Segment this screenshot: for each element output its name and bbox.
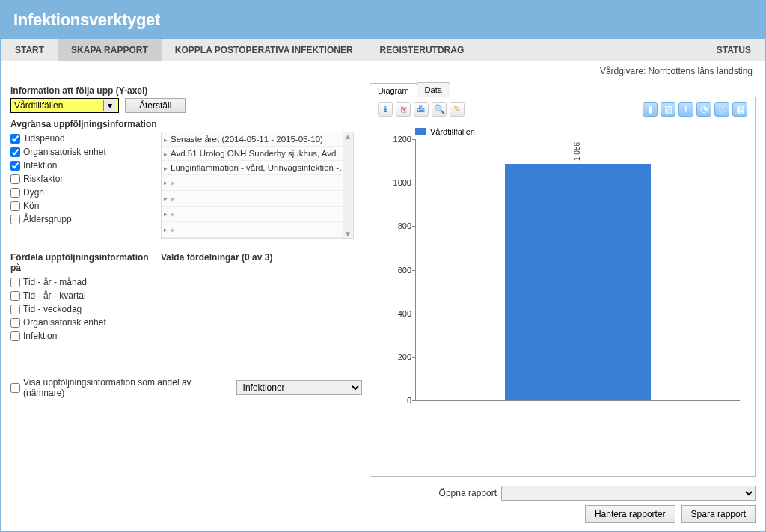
dist-label: Tid - år - kvartal xyxy=(23,290,86,301)
chart-area-icon[interactable]: ░ xyxy=(714,102,729,117)
dist-label: Tid - veckodag xyxy=(23,304,82,314)
distribution-label: Fördela uppföljningsinformation på xyxy=(10,252,156,273)
y-tick-label: 600 xyxy=(384,266,411,275)
legend-text: Vårdtillfällen xyxy=(430,127,475,136)
filter-desc-row: ▸ xyxy=(162,207,353,222)
info-icon[interactable]: ℹ xyxy=(378,102,393,117)
filter-label: Riskfaktor xyxy=(23,174,63,184)
filter-descriptions: Senaste året (2014-05-11 - 2015-05-10) A… xyxy=(161,132,354,239)
tab-status[interactable]: STATUS xyxy=(703,45,765,55)
share-checkbox[interactable] xyxy=(10,383,20,393)
y-tick-label: 200 xyxy=(384,352,411,361)
open-report-select[interactable] xyxy=(501,486,756,501)
chart-bar-icon[interactable]: ▮ xyxy=(643,102,658,117)
chart-plot: 0200400600800100012001 086 xyxy=(415,139,740,401)
filter-org-checkbox[interactable] xyxy=(10,147,20,157)
dist-manad-checkbox[interactable] xyxy=(10,278,20,287)
reset-button[interactable]: Återställ xyxy=(125,98,186,113)
share-label: Visa uppföljningsinformation som andel a… xyxy=(23,377,233,398)
dist-veckodag-checkbox[interactable] xyxy=(10,305,20,314)
scroll-thumb[interactable] xyxy=(147,304,156,326)
y-tick-label: 1200 xyxy=(384,135,411,144)
filter-desc-row[interactable]: Avd 51 Urolog ÖNH Sunderby sjukhus, Avd … xyxy=(162,147,353,161)
filter-kon-checkbox[interactable] xyxy=(10,201,20,211)
yaxis-label: Information att följa upp (Y-axel) xyxy=(10,85,362,96)
scrollbar[interactable]: ▲ xyxy=(146,275,156,358)
filters-label: Avgränsa uppföljningsinformation xyxy=(10,119,362,129)
filter-label: Infektion xyxy=(23,160,57,171)
dist-label: Infektion xyxy=(23,331,57,341)
filter-infektion-checkbox[interactable] xyxy=(10,161,20,171)
dist-infektion-checkbox[interactable] xyxy=(10,331,20,341)
manage-reports-button[interactable]: Hantera rapporter xyxy=(585,505,675,523)
tab-skapa-rapport[interactable]: SKAPA RAPPORT xyxy=(58,39,162,61)
filter-dygn-checkbox[interactable] xyxy=(10,188,20,198)
chart-line-icon[interactable]: ⌇ xyxy=(678,102,693,117)
dist-label: Organisatorisk enhet xyxy=(23,317,106,328)
chart-stacked-icon[interactable]: ▧ xyxy=(661,102,675,117)
tab-koppla[interactable]: KOPPLA POSTOPERATIVA INFEKTIONER xyxy=(162,39,367,61)
bar-value-label: 1 086 xyxy=(573,142,581,161)
tab-registerutdrag[interactable]: REGISTERUTDRAG xyxy=(367,39,478,61)
export-icon[interactable]: ⎘ xyxy=(396,102,411,117)
chart-bar xyxy=(505,164,651,400)
y-tick-label: 400 xyxy=(384,309,411,318)
tab-start[interactable]: START xyxy=(1,39,58,61)
save-report-button[interactable]: Spara rapport xyxy=(681,505,756,523)
chevron-down-icon: ▾ xyxy=(103,100,115,111)
filter-label: Kön xyxy=(23,201,39,211)
yaxis-select-value: Vårdtillfällen xyxy=(14,100,63,111)
print-icon[interactable]: 🖶 xyxy=(414,102,429,117)
scroll-down-icon[interactable]: ▼ xyxy=(344,230,352,238)
edit-icon[interactable]: ✎ xyxy=(450,102,465,117)
y-tick-label: 800 xyxy=(384,221,411,230)
open-report-label: Öppna rapport xyxy=(439,488,497,498)
dist-org-checkbox[interactable] xyxy=(10,318,20,328)
filter-desc-row: ▸ xyxy=(162,222,353,238)
filter-tidsperiod-checkbox[interactable] xyxy=(10,134,20,144)
y-tick-label: 0 xyxy=(384,396,411,405)
filter-desc-row: ▸ xyxy=(162,175,353,191)
share-select[interactable]: Infektioner xyxy=(236,380,362,395)
filter-label: Dygn xyxy=(23,187,44,198)
y-tick-label: 1000 xyxy=(384,178,411,187)
page-title: Infektionsverktyget xyxy=(1,1,765,39)
chart-table-icon[interactable]: ▦ xyxy=(732,102,747,117)
inner-tab-data[interactable]: Data xyxy=(417,82,450,97)
chart-pie-icon[interactable]: ◔ xyxy=(696,102,711,117)
dist-label: Tid - år - månad xyxy=(23,277,87,287)
filter-label: Tidsperiod xyxy=(23,133,65,144)
legend: Vårdtillfällen xyxy=(415,127,740,136)
filter-aldersgrupp-checkbox[interactable] xyxy=(10,215,20,224)
legend-swatch xyxy=(415,128,426,135)
selected-distributions-label: Valda fördelningar (0 av 3) xyxy=(161,252,362,263)
yaxis-select[interactable]: Vårdtillfällen ▾ xyxy=(10,98,119,113)
filter-label: Åldersgrupp xyxy=(23,214,72,224)
provider-label: Vårdgivare: Norrbottens läns landsting xyxy=(1,61,765,76)
scrollbar[interactable]: ▲▼ xyxy=(343,132,353,238)
scroll-up-icon[interactable]: ▲ xyxy=(145,275,156,289)
inner-tab-diagram[interactable]: Diagram xyxy=(370,83,417,97)
dist-kvartal-checkbox[interactable] xyxy=(10,291,20,301)
filter-riskfaktor-checkbox[interactable] xyxy=(10,174,20,184)
filter-desc-row[interactable]: Lunginflammation - vård, Urinvägsinfekti… xyxy=(162,161,353,175)
filter-desc-row[interactable]: Senaste året (2014-05-11 - 2015-05-10) xyxy=(162,132,353,147)
filter-desc-row: ▸ xyxy=(162,191,353,207)
zoom-icon[interactable]: 🔍 xyxy=(432,102,447,117)
filter-label: Organisatorisk enhet xyxy=(23,147,106,157)
scroll-up-icon[interactable]: ▲ xyxy=(344,132,352,141)
main-tabs: START SKAPA RAPPORT KOPPLA POSTOPERATIVA… xyxy=(1,39,765,61)
